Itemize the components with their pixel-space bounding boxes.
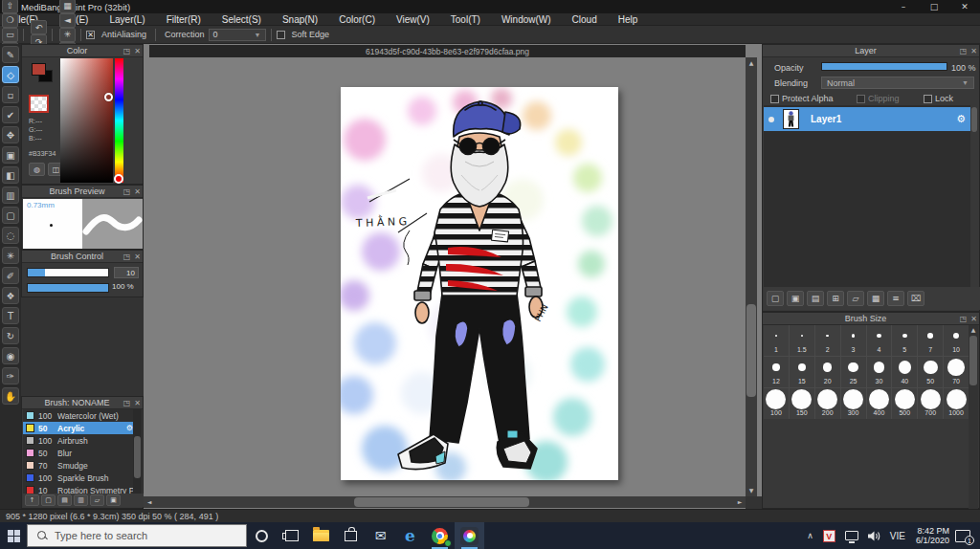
popout-icon[interactable]: ◳ bbox=[122, 253, 132, 261]
brush-size-option[interactable]: 5 bbox=[892, 325, 917, 356]
brush-item[interactable]: 100Airbrush bbox=[23, 434, 135, 447]
add-folder-icon[interactable]: ⊞ bbox=[827, 291, 844, 306]
menu-snap[interactable]: Snap(N) bbox=[272, 13, 328, 26]
menu-cloud[interactable]: Cloud bbox=[562, 13, 608, 26]
brush-size-option[interactable]: 400 bbox=[867, 388, 892, 419]
brush-size-option[interactable]: 70 bbox=[944, 357, 969, 387]
new-brush-menu-icon[interactable]: ▤ bbox=[57, 494, 72, 506]
eyedropper-tool[interactable]: ◉ bbox=[2, 347, 19, 364]
dot-pen-tool[interactable]: ▫ bbox=[2, 86, 19, 103]
palette-icon[interactable]: ◍ bbox=[29, 163, 45, 176]
new-brush-icon[interactable]: ▢ bbox=[41, 494, 56, 506]
new-8bit-layer-icon[interactable]: ▣ bbox=[787, 291, 804, 306]
brush-item[interactable]: 50Acrylic⚙ bbox=[23, 422, 135, 434]
layer-scrollbar[interactable] bbox=[970, 105, 978, 287]
taskbar-search[interactable]: Type here to search bbox=[27, 524, 247, 547]
menu-tool[interactable]: Tool(T) bbox=[440, 13, 491, 26]
blending-dropdown[interactable]: Normal ▼ bbox=[821, 77, 974, 89]
duplicate-brush-icon[interactable]: ▣ bbox=[106, 494, 121, 506]
layer-thumbnail[interactable] bbox=[783, 109, 799, 129]
taskbar-app-mail[interactable]: ✉ bbox=[366, 522, 395, 549]
scroll-right-icon[interactable]: ► bbox=[734, 496, 746, 508]
brush-size-scrollbar[interactable]: ▲ bbox=[969, 325, 978, 509]
minimize-button[interactable]: – bbox=[888, 0, 919, 13]
close-icon[interactable]: ✕ bbox=[132, 47, 143, 55]
brush-item[interactable]: 100Sparkle Brush bbox=[23, 472, 135, 484]
brush-size-option[interactable]: 30 bbox=[867, 357, 892, 387]
control-pen-tool[interactable]: ✔ bbox=[2, 106, 19, 123]
select-pen-tool[interactable]: ✐ bbox=[2, 267, 19, 284]
horizontal-scrollbar[interactable]: ◄ ► bbox=[144, 496, 746, 508]
close-icon[interactable]: ✕ bbox=[969, 47, 979, 55]
delete-layer-icon[interactable]: ⌧ bbox=[907, 291, 924, 306]
brush-size-option[interactable]: 15 bbox=[790, 357, 814, 387]
stamp-tool[interactable]: ❖ bbox=[2, 287, 19, 304]
hue-slider[interactable] bbox=[115, 58, 123, 183]
taskbar-app-medibang[interactable] bbox=[455, 522, 484, 549]
menu-window[interactable]: Window(W) bbox=[491, 13, 562, 26]
undo-icon[interactable]: ↶ bbox=[31, 20, 47, 34]
snap-radial-icon[interactable]: ✳ bbox=[59, 28, 76, 42]
clipping-checkbox[interactable]: Clipping bbox=[857, 94, 900, 103]
move-tool[interactable]: ✥ bbox=[2, 126, 19, 143]
scroll-up-icon[interactable]: ▲ bbox=[969, 325, 978, 335]
duplicate-layer-icon[interactable]: ▦ bbox=[867, 291, 884, 306]
new-1bit-layer-icon[interactable]: ▤ bbox=[807, 291, 824, 306]
menu-select[interactable]: Select(S) bbox=[212, 13, 272, 26]
correction-dropdown[interactable]: 0 ▼ bbox=[209, 29, 266, 41]
hand-tool[interactable]: ✋ bbox=[2, 387, 19, 405]
v-app-icon[interactable]: V bbox=[823, 530, 835, 542]
gradient-tool[interactable]: ▥ bbox=[2, 187, 19, 204]
popout-icon[interactable]: ◳ bbox=[958, 47, 969, 55]
merge-layer-icon[interactable]: ≡ bbox=[887, 291, 904, 306]
taskbar-app-edge[interactable]: e bbox=[395, 522, 425, 549]
layer-visibility-icon[interactable] bbox=[764, 114, 779, 124]
comment-icon[interactable]: ❍ bbox=[2, 13, 18, 28]
scroll-down-icon[interactable]: ▼ bbox=[746, 485, 757, 496]
fill-shape-tool[interactable]: ▣ bbox=[2, 146, 19, 164]
new-layer-icon[interactable]: ▢ bbox=[767, 291, 784, 306]
brush-size-option[interactable]: 10 bbox=[944, 325, 969, 356]
tray-expand-icon[interactable]: ∧ bbox=[807, 531, 813, 540]
brush-size-option[interactable]: 2 bbox=[815, 325, 840, 356]
close-button[interactable]: ✕ bbox=[949, 0, 980, 13]
text-tool[interactable]: T bbox=[2, 307, 19, 324]
horizontal-scroll-thumb[interactable] bbox=[354, 497, 529, 507]
hue-cursor[interactable] bbox=[114, 174, 123, 184]
lasso-tool[interactable]: ◌ bbox=[2, 227, 19, 244]
snap-grid-icon[interactable]: ▦ bbox=[59, 0, 76, 13]
chat-icon[interactable]: ▭ bbox=[2, 28, 18, 42]
brush-size-option[interactable]: 4 bbox=[867, 325, 892, 356]
taskbar-app-file-explorer[interactable] bbox=[306, 522, 336, 549]
brush-folder-icon[interactable]: ▱ bbox=[90, 494, 104, 506]
brush-size-option[interactable]: 50 bbox=[918, 357, 943, 387]
taskbar-clock[interactable]: 8:42 PM 6/1/2020 bbox=[916, 526, 949, 545]
brush-settings-icon[interactable]: ⚙ bbox=[126, 424, 133, 432]
lock-checkbox[interactable]: Lock bbox=[924, 94, 953, 103]
action-center-icon[interactable]: 1 bbox=[955, 530, 970, 542]
upload-icon[interactable]: ⇧ bbox=[2, 0, 18, 13]
brush-size-option[interactable]: 1000 bbox=[944, 388, 969, 419]
vertical-scrollbar[interactable]: ▲ ▼ bbox=[746, 57, 757, 496]
brush-size-option[interactable]: 12 bbox=[764, 357, 789, 387]
language-indicator[interactable]: VIE bbox=[890, 531, 905, 541]
bucket-tool[interactable]: ◧ bbox=[2, 166, 19, 184]
close-icon[interactable]: ✕ bbox=[969, 315, 979, 323]
brush-script-icon[interactable]: ▥ bbox=[74, 494, 88, 506]
vertical-scroll-thumb[interactable] bbox=[746, 304, 756, 397]
drawing-canvas[interactable]: THẰNG PHN bbox=[341, 87, 618, 480]
popout-icon[interactable]: ◳ bbox=[122, 47, 132, 55]
brush-item[interactable]: 50Blur bbox=[23, 447, 135, 459]
layer-opacity-slider[interactable] bbox=[821, 62, 947, 71]
scroll-up-icon[interactable]: ▲ bbox=[746, 57, 757, 69]
brush-size-option[interactable]: 500 bbox=[892, 388, 917, 419]
brush-item[interactable]: 100Watercolor (Wet) bbox=[23, 409, 135, 422]
start-button[interactable] bbox=[0, 522, 27, 549]
protect-alpha-checkbox[interactable]: Protect Alpha bbox=[770, 94, 834, 103]
brush-list-scrollbar[interactable] bbox=[133, 409, 142, 496]
brush-size-option[interactable]: 200 bbox=[815, 388, 840, 419]
select-tool[interactable]: ▢ bbox=[2, 207, 19, 224]
foreground-color-swatch[interactable] bbox=[32, 63, 46, 76]
brush-up-icon[interactable]: ↑ bbox=[25, 494, 39, 506]
snap-vanishing-icon[interactable]: ◄ bbox=[59, 13, 76, 28]
